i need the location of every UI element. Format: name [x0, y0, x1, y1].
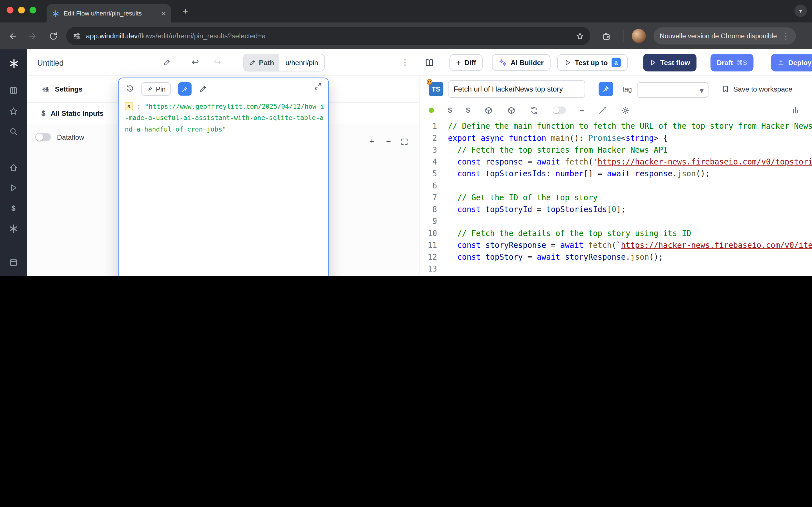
code-editor[interactable]: 1// Define the main function to fetch th…	[419, 121, 812, 276]
dollar-icon[interactable]: $	[448, 106, 452, 114]
code-line[interactable]: 7 // Get the ID of the top story	[419, 192, 812, 204]
sidebar-panels-icon[interactable]	[9, 86, 18, 95]
url-bar[interactable]: app.windmill.dev/flows/edit/u/henri/pin_…	[66, 27, 591, 45]
code-line[interactable]: 1// Define the main function to fetch th…	[419, 121, 812, 132]
play-icon	[649, 59, 657, 66]
editor-toggle[interactable]	[552, 107, 566, 114]
chrome-update-chip[interactable]: Nouvelle version de Chrome disponible ⋮	[654, 27, 796, 45]
fit-view-icon[interactable]	[400, 138, 409, 146]
path-value: u/henri/pin	[279, 54, 324, 71]
dataflow-toggle[interactable]	[35, 133, 51, 141]
code-line[interactable]: 14 // Return the URL of the top story	[419, 275, 812, 276]
new-tab-button[interactable]: +	[179, 5, 192, 17]
deploy-label: Deploy	[788, 59, 812, 66]
deploy-icon	[777, 59, 784, 66]
browser-menu-icon[interactable]: ⋮	[782, 31, 790, 41]
code-line[interactable]: 3 // Fetch the top stories from Hacker N…	[419, 144, 812, 156]
window-close-button[interactable]	[7, 7, 13, 13]
header-pin-button[interactable]	[599, 82, 613, 96]
draft-button[interactable]: Draft ⌘S	[711, 54, 753, 71]
package-icon[interactable]	[507, 106, 515, 115]
sidebar-play-icon[interactable]	[9, 183, 18, 192]
ai-wand-icon[interactable]	[598, 106, 607, 115]
flow-editor-toolbar: Untitled ↩ ↪ Path u/henri/pin ⋮ + Diff A…	[27, 49, 812, 76]
profile-avatar[interactable]	[632, 29, 646, 43]
zoom-in-button[interactable]: +	[367, 137, 376, 147]
more-options-icon[interactable]: ⋮	[401, 57, 409, 67]
expand-popup-icon[interactable]	[314, 82, 322, 91]
edit-pencil-icon[interactable]	[199, 85, 207, 93]
diff-plus-minus-icon[interactable]: ±	[580, 106, 584, 115]
path-pencil-icon	[249, 59, 256, 66]
bookmark-star-icon[interactable]	[576, 32, 584, 40]
reload-button[interactable]	[49, 32, 58, 41]
save-to-workspace-button[interactable]: Save to workspace	[721, 76, 793, 102]
dollar-icon[interactable]: $	[466, 106, 470, 114]
edit-name-pencil-icon[interactable]	[163, 59, 171, 67]
code-line[interactable]: 6	[419, 180, 812, 192]
windmill-logo-icon[interactable]	[9, 59, 19, 69]
flow-graph-panel: Settings $ All Static Inputs Dataflow + …	[27, 76, 419, 276]
sidebar-home-icon[interactable]	[9, 163, 18, 172]
pinned-arg-content[interactable]: a : "https://www.geoffreylitt.com/2025/0…	[125, 101, 324, 135]
flow-name: Untitled	[37, 49, 63, 76]
draft-shortcut: ⌘S	[737, 59, 747, 66]
all-static-inputs-label: All Static Inputs	[51, 109, 103, 117]
pinned-active-button[interactable]	[178, 82, 192, 96]
draft-label: Draft	[717, 59, 733, 66]
refresh-icon[interactable]	[529, 106, 538, 115]
test-flow-button[interactable]: Test flow	[643, 54, 696, 71]
sidebar-search-icon[interactable]	[9, 127, 18, 136]
library-columns-icon[interactable]	[792, 106, 800, 114]
forward-button[interactable]	[28, 32, 37, 41]
tag-select[interactable]: ▾	[637, 82, 708, 98]
arg-value: "https://www.geoffreylitt.com/2025/04/12…	[125, 103, 324, 133]
sidebar-star-icon[interactable]	[9, 107, 18, 116]
step-editor-panel: TS tag ▾ Save to workspace $ $ ± 1// Def…	[419, 76, 812, 276]
gear-icon[interactable]	[621, 106, 629, 115]
docs-book-icon[interactable]	[424, 58, 434, 67]
url-host: app.windmill.dev	[86, 32, 138, 40]
window-minimize-button[interactable]	[18, 7, 25, 13]
code-line[interactable]: 11 const storyResponse = await fetch(`ht…	[419, 239, 812, 251]
code-line[interactable]: 5 const topStoriesIds: number[] = await …	[419, 168, 812, 180]
test-flow-label: Test flow	[660, 59, 690, 66]
sidebar-dollar-glyph-icon[interactable]: $	[9, 203, 18, 213]
code-line[interactable]: 4 const response = await fetch('https://…	[419, 156, 812, 168]
package-icon[interactable]	[484, 106, 493, 115]
extensions-puzzle-icon[interactable]	[602, 32, 611, 41]
test-up-to-button[interactable]: Test up to a	[557, 54, 627, 71]
code-line[interactable]: 9	[419, 216, 812, 228]
tab-close-icon[interactable]: ×	[161, 9, 166, 17]
emoji-face-icon	[426, 78, 433, 86]
ts-label: TS	[432, 85, 441, 93]
site-settings-icon[interactable]	[72, 32, 81, 40]
code-line[interactable]: 8 const topStoryId = topStoriesIds[0];	[419, 204, 812, 216]
code-line[interactable]: 13	[419, 263, 812, 275]
history-icon[interactable]	[126, 85, 134, 93]
ai-builder-label: AI Builder	[511, 59, 544, 66]
sidebar-calendar-icon[interactable]	[9, 258, 18, 267]
url-path: /flows/edit/u/henri/pin_results?selected…	[138, 32, 266, 40]
code-line[interactable]: 2export async function main(): Promise<s…	[419, 132, 812, 144]
code-line[interactable]: 12 const topStory = await storyResponse.…	[419, 251, 812, 263]
chevron-down-icon: ▾	[700, 85, 704, 95]
sidebar-windmill-icon[interactable]	[9, 224, 18, 233]
diff-button[interactable]: + Diff	[449, 54, 483, 71]
browser-tab[interactable]: Edit Flow u/henri/pin_results ×	[47, 4, 171, 23]
arg-name-badge: a	[125, 102, 133, 110]
popup-toolbar: Pin	[126, 82, 207, 96]
undo-button[interactable]: ↩	[192, 57, 199, 68]
editor-toolbar: $ $ ±	[419, 102, 812, 119]
back-button[interactable]	[8, 32, 17, 41]
code-line[interactable]: 10 // Fetch the details of the top story…	[419, 228, 812, 239]
deploy-button[interactable]: Deploy	[771, 54, 812, 71]
tab-search-button[interactable]: ▾	[795, 5, 807, 17]
pin-button[interactable]: Pin	[141, 82, 170, 96]
path-control[interactable]: Path u/henri/pin	[243, 54, 325, 71]
window-zoom-button[interactable]	[30, 7, 36, 13]
step-summary-input[interactable]	[448, 80, 585, 98]
zoom-out-button[interactable]: −	[384, 137, 393, 147]
redo-button[interactable]: ↪	[214, 57, 221, 68]
ai-builder-button[interactable]: AI Builder	[492, 54, 550, 71]
